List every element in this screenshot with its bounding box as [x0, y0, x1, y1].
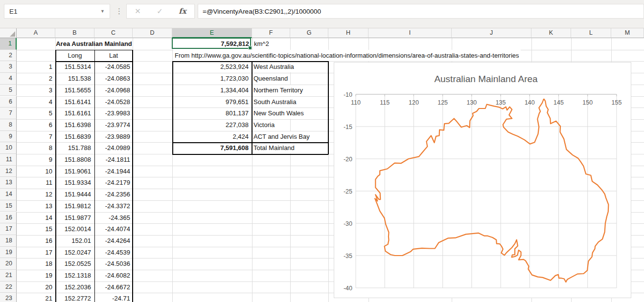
- column-header-E[interactable]: E: [172, 28, 252, 38]
- row-header-23[interactable]: 23: [0, 293, 17, 302]
- cell-c19-lat[interactable]: -24.4539: [95, 247, 130, 259]
- column-header-K[interactable]: K: [531, 28, 571, 38]
- cell-c8-lat[interactable]: -23.9774: [95, 119, 130, 131]
- cell-a14-index[interactable]: 12: [18, 189, 52, 200]
- cell-b21-long[interactable]: 152.1318: [56, 270, 91, 281]
- row-header-22[interactable]: 22: [0, 281, 17, 293]
- cell-b17-long[interactable]: 152.0014: [56, 223, 91, 235]
- cell-f10-area-label[interactable]: Total Mainland: [253, 143, 296, 153]
- cell-a7-index[interactable]: 5: [18, 108, 52, 119]
- cell-a13-index[interactable]: 11: [18, 177, 52, 189]
- embedded-chart[interactable]: 110115120125130135140145150155-10-15-20-…: [334, 62, 631, 298]
- cell-b22-long[interactable]: 152.2036: [56, 281, 91, 293]
- row-header-18[interactable]: 18: [0, 235, 17, 247]
- cell-b3-long[interactable]: 151.5314: [56, 61, 91, 73]
- cell-a5-index[interactable]: 3: [18, 85, 52, 96]
- cell-e6-area-value[interactable]: 979,651: [173, 96, 249, 108]
- cell-b19-long[interactable]: 152.0247: [56, 247, 91, 259]
- row-header-3[interactable]: 3: [0, 61, 17, 73]
- cell-a22-index[interactable]: 20: [18, 281, 52, 293]
- row-header-10[interactable]: 10: [0, 142, 17, 154]
- cell-f5-area-label[interactable]: Northern Territory: [253, 85, 304, 96]
- cell-b23-long[interactable]: 152.2772: [56, 293, 91, 302]
- cell-e2-source-note[interactable]: From http://www.ga.gov.au/scientific-top…: [173, 50, 521, 61]
- cell-f7-area-label[interactable]: New South Wales: [253, 108, 305, 119]
- cell-c6-lat[interactable]: -24.0528: [95, 96, 130, 108]
- column-header-I[interactable]: I: [368, 28, 452, 38]
- cell-c23-lat[interactable]: -24.71: [95, 293, 130, 302]
- row-header-16[interactable]: 16: [0, 212, 17, 224]
- cell-a18-index[interactable]: 16: [18, 235, 52, 247]
- cell-b5-long[interactable]: 151.5655: [56, 85, 91, 96]
- cell-c11-lat[interactable]: -24.1811: [95, 154, 130, 166]
- cell-c14-lat[interactable]: -24.2356: [95, 189, 130, 200]
- cell-a21-index[interactable]: 19: [18, 270, 52, 281]
- cell-a9-index[interactable]: 7: [18, 131, 52, 143]
- column-header-F[interactable]: F: [252, 28, 290, 38]
- cell-b10-long[interactable]: 151.788: [56, 142, 91, 154]
- row-header-20[interactable]: 20: [0, 258, 17, 270]
- cell-b14-long[interactable]: 151.9444: [56, 189, 91, 200]
- cell-a17-index[interactable]: 15: [18, 223, 52, 235]
- column-header-B[interactable]: B: [55, 28, 94, 38]
- cell-c10-lat[interactable]: -24.0989: [95, 142, 130, 154]
- cell-c20-lat[interactable]: -24.5036: [95, 258, 130, 270]
- cell-e3-area-value[interactable]: 2,523,924: [173, 61, 249, 73]
- row-header-8[interactable]: 8: [0, 119, 17, 131]
- chart-series-coastline[interactable]: [375, 99, 608, 282]
- column-header-A[interactable]: A: [17, 28, 55, 38]
- column-header-H[interactable]: H: [328, 28, 368, 38]
- cell-a10-index[interactable]: 8: [18, 142, 52, 154]
- cell-a19-index[interactable]: 17: [18, 247, 52, 259]
- cell-f6-area-label[interactable]: South Australia: [253, 97, 297, 108]
- cell-a6-index[interactable]: 4: [18, 96, 52, 108]
- cell-f8-area-label[interactable]: Victoria: [253, 120, 276, 130]
- column-header-D[interactable]: D: [133, 28, 172, 38]
- insert-function-icon[interactable]: fx: [179, 7, 186, 16]
- column-header-M[interactable]: M: [611, 28, 644, 38]
- cell-c2-lat-header[interactable]: Lat: [94, 50, 133, 61]
- cell-a15-index[interactable]: 13: [18, 200, 52, 212]
- formula-input[interactable]: =@VincentyArea(B3:C2901,,2)/1000000: [198, 4, 644, 19]
- cell-b8-long[interactable]: 151.6398: [56, 119, 91, 131]
- column-header-L[interactable]: L: [571, 28, 611, 38]
- row-header-7[interactable]: 7: [0, 108, 17, 119]
- cell-b15-long[interactable]: 151.9812: [56, 200, 91, 212]
- cell-e7-area-value[interactable]: 801,137: [173, 108, 249, 119]
- cell-c16-lat[interactable]: -24.365: [95, 212, 130, 224]
- row-header-21[interactable]: 21: [0, 270, 17, 281]
- cell-c7-lat[interactable]: -23.9983: [95, 108, 130, 119]
- row-header-1[interactable]: 1: [0, 38, 17, 50]
- cell-a4-index[interactable]: 2: [18, 73, 52, 85]
- name-box-dropdown-icon[interactable]: ▼: [100, 9, 110, 14]
- row-header-2[interactable]: 2: [0, 50, 17, 62]
- cell-b1-title[interactable]: Area Australian Mainland: [55, 38, 133, 49]
- cell-b13-long[interactable]: 151.9334: [56, 177, 91, 189]
- cell-a8-index[interactable]: 6: [18, 119, 52, 131]
- row-header-19[interactable]: 19: [0, 247, 17, 259]
- cell-c22-lat[interactable]: -24.6672: [95, 281, 130, 293]
- column-header-G[interactable]: G: [290, 28, 328, 38]
- cell-f9-area-label[interactable]: ACT and Jervis Bay: [253, 131, 311, 142]
- row-header-12[interactable]: 12: [0, 166, 17, 177]
- cell-e10-area-value[interactable]: 7,591,608: [173, 142, 249, 154]
- cell-a20-index[interactable]: 18: [18, 258, 52, 270]
- row-header-5[interactable]: 5: [0, 85, 17, 96]
- cell-c17-lat[interactable]: -24.4074: [95, 223, 130, 235]
- fill-handle[interactable]: [248, 46, 252, 50]
- cell-a11-index[interactable]: 9: [18, 154, 52, 166]
- cell-a12-index[interactable]: 10: [18, 166, 52, 177]
- row-header-14[interactable]: 14: [0, 189, 17, 200]
- cell-f1-unit[interactable]: km^2: [254, 38, 269, 49]
- cell-e9-area-value[interactable]: 2,424: [173, 131, 249, 143]
- cancel-icon[interactable]: ✕: [135, 7, 141, 16]
- name-box[interactable]: E1 ▼: [4, 4, 110, 19]
- cell-b2-long-header[interactable]: Long: [55, 50, 94, 61]
- cell-c12-lat[interactable]: -24.1944: [95, 166, 130, 177]
- cell-f4-area-label[interactable]: Queensland: [253, 73, 289, 84]
- cell-c9-lat[interactable]: -23.9889: [95, 131, 130, 143]
- column-header-C[interactable]: C: [94, 28, 133, 38]
- row-header-9[interactable]: 9: [0, 131, 17, 143]
- cell-b7-long[interactable]: 151.6161: [56, 108, 91, 119]
- cell-b16-long[interactable]: 151.9877: [56, 212, 91, 224]
